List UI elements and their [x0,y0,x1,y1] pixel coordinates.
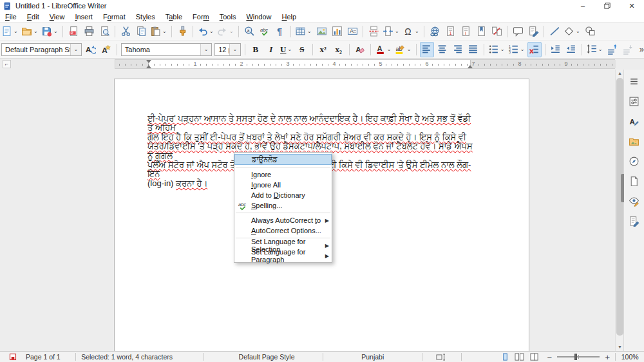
menuitem-set-language-for-paragraph[interactable]: Set Language for Paragraph▶ [234,251,332,261]
sidebar-accessibility-check-button[interactable] [627,213,642,229]
print-preview-button[interactable] [97,24,111,39]
text-segment[interactable]: ਗੱਲ ਇਹ ਹੈ ਕਿ ਤੁਸੀਂ ਈ-ਪੇਪਰ ਤੋਂ ਖ਼ਬਰਾਂ ਤੇ … [147,132,466,142]
view-book-button[interactable] [527,352,542,362]
insert-table-dropdown-icon[interactable]: ⌄ [307,28,312,34]
no-list-button[interactable] [527,42,542,57]
zoom-thumb[interactable] [574,354,577,360]
text-segment[interactable]: ਕਰਨਾ ਹੈ। [176,178,207,188]
clear-formatting-button[interactable]: A [353,42,367,57]
ordered-list-button[interactable]: 123⌄ [507,42,526,57]
basic-shapes-dropdown-icon[interactable]: ⌄ [576,28,581,34]
toolbar-overflow-button[interactable]: » [639,44,644,54]
sidebar-collapse-handle[interactable] [621,174,624,202]
menuitem-ignore-all[interactable]: Ignore All [234,180,332,190]
menu-form[interactable]: Form [187,12,214,22]
zoom-track[interactable] [557,356,600,357]
para-space-increase-button[interactable] [605,42,620,57]
menuitem-always-autocorrect-to[interactable]: Always AutoCorrect to▶ [234,215,332,225]
track-changes-button[interactable] [526,24,540,39]
zoom-slider[interactable]: − + [542,352,615,362]
font-color-dropdown-icon[interactable]: ⌄ [387,46,392,52]
clone-formatting-button[interactable] [175,24,189,39]
indent-increase-button[interactable] [549,42,563,57]
save-button[interactable]: ⌄ [41,24,59,39]
special-character-button[interactable]: Ω⌄ [402,24,421,39]
find-replace-button[interactable]: a [242,24,256,39]
selection-mode-icon[interactable] [422,352,460,362]
vertical-scrollbar[interactable]: ▲ ▼ [615,70,623,351]
restore-button[interactable] [595,0,620,12]
menuitem-ignore[interactable]: Ignore [234,169,332,180]
sidebar-gallery-button[interactable] [627,133,642,149]
insert-textbox-button[interactable]: A [345,24,359,39]
zoom-percent[interactable]: 100% [616,352,644,362]
save-dropdown-icon[interactable]: ⌄ [53,28,59,34]
italic-button[interactable]: I [264,42,278,57]
menuitem-spelling[interactable]: abcSpelling... [234,200,332,211]
text-segment[interactable]: (log-in) [147,178,176,188]
subscript-button[interactable]: x₂ [332,42,346,57]
word-count-status[interactable]: Selected: 1 word, 4 characters [76,352,204,362]
print-button[interactable] [82,24,96,39]
undo-button[interactable]: ⌄ [196,24,215,39]
align-left-button[interactable] [420,42,434,57]
sidebar-properties-button[interactable] [627,93,642,109]
sidebar-sidebar-settings-button[interactable] [627,73,642,89]
paste-button[interactable]: ⌄ [149,24,168,39]
comment-button[interactable] [511,24,525,39]
new-button[interactable]: ⌄ [1,24,19,39]
align-justify-button[interactable] [466,42,480,57]
menu-insert[interactable]: Insert [70,12,98,22]
highlight-color-dropdown-icon[interactable]: ⌄ [407,46,412,52]
zoom-out-button[interactable]: − [545,352,553,362]
spelling-button[interactable]: abc [258,24,272,39]
unordered-list-button[interactable]: ⌄ [488,42,506,57]
basic-shapes-button[interactable]: ⌄ [563,24,582,39]
hyperlink-button[interactable] [428,24,442,39]
sidebar-style-inspector-button[interactable] [627,193,642,209]
underline-dropdown-icon[interactable]: ⌄ [287,46,292,52]
text-line[interactable]: ਈ-ਪੇਪਰ' ਪੜ੍ਹਨਾ ਆਸਾਨ ਤੇ ਸਸਤਾ ਹੋਣ ਦੇ ਨਾਲ ਨ… [147,114,473,133]
undo-dropdown-icon[interactable]: ⌄ [209,28,214,34]
paragraph-style-combo[interactable]: Default Paragraph Style ⌄ [1,43,82,56]
sidebar-page-button[interactable] [627,173,642,189]
insert-line-button[interactable] [547,24,562,39]
redo-dropdown-icon[interactable]: ⌄ [229,28,234,34]
chevron-down-icon[interactable]: ⌄ [200,44,211,55]
export-pdf-button[interactable] [66,24,80,39]
open-dropdown-icon[interactable]: ⌄ [33,28,39,34]
update-style-button[interactable]: A [84,42,98,57]
cut-button[interactable] [118,24,133,39]
menu-format[interactable]: Format [98,12,131,22]
line-spacing-button[interactable]: ⌄ [585,42,604,57]
zoom-in-button[interactable]: + [603,352,611,362]
document-modified-icon[interactable] [0,352,21,362]
scrollbar-thumb[interactable] [616,78,623,336]
menuitem-autocorrect-options[interactable]: AutoCorrect Options... [234,225,332,236]
minimize-button[interactable]: – [571,0,595,12]
insert-table-button[interactable]: ⌄ [294,24,313,39]
menu-styles[interactable]: Styles [131,12,160,22]
page-break-button[interactable] [366,24,381,39]
font-size-combo[interactable]: 12 pt ⌄ [214,43,241,56]
font-color-button[interactable]: A⌄ [374,42,393,57]
horizontal-ruler[interactable]: 123456789 [115,59,615,69]
new-style-button[interactable]: A [99,42,113,57]
menu-table[interactable]: Table [160,12,187,22]
footnote-button[interactable]: 1 [443,24,457,39]
endnote-button[interactable]: i [459,24,473,39]
new-dropdown-icon[interactable]: ⌄ [14,28,19,34]
unordered-list-dropdown-icon[interactable]: ⌄ [500,46,506,52]
tab-stop-selector[interactable]: ⌐ [3,60,11,68]
paste-dropdown-icon[interactable]: ⌄ [162,28,167,34]
menuitem-add-to-dictionary[interactable]: Add to Dictionary [234,190,332,200]
cross-reference-button[interactable] [489,24,504,39]
insert-image-button[interactable] [314,24,328,39]
special-character-dropdown-icon[interactable]: ⌄ [415,28,420,34]
highlight-color-button[interactable]: ab⌄ [394,42,413,57]
menu-tools[interactable]: Tools [214,12,242,22]
formatting-marks-button[interactable]: ¶ [273,24,287,39]
view-multi-page-button[interactable] [512,352,527,362]
language-status[interactable]: Punjabi [323,352,422,362]
menu-view[interactable]: View [44,12,70,22]
